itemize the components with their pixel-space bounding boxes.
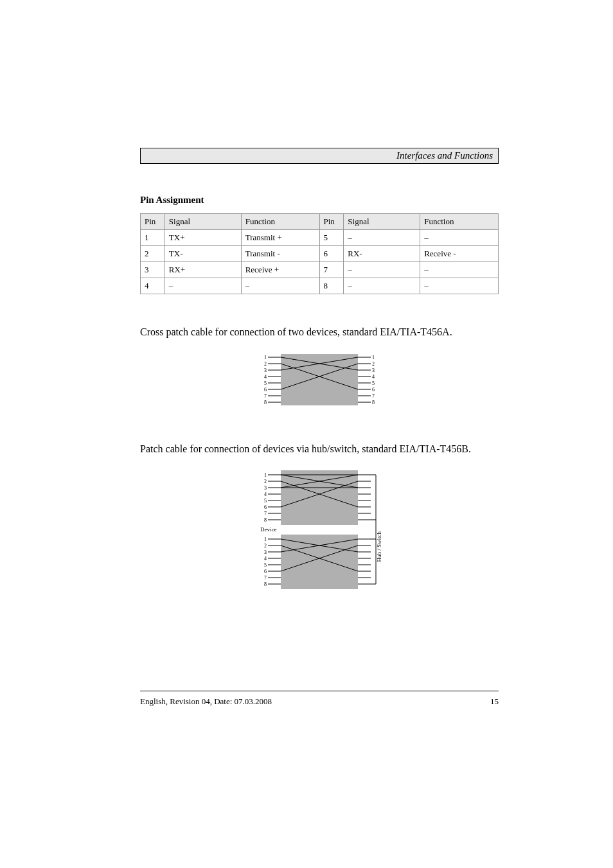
- paragraph-cross-cable: Cross patch cable for connection of two …: [140, 325, 499, 339]
- pin-label: 3: [264, 549, 267, 555]
- svg-rect-0: [281, 354, 358, 405]
- th-pin-b: Pin: [319, 214, 344, 230]
- pin-label: 1: [372, 355, 375, 360]
- footer-page-number: 15: [490, 696, 499, 707]
- patch-cable-svg: 1 2 3 4 5 6 7 8 1 2 3 4 5 6 7 8 Device H…: [255, 467, 384, 596]
- table-row: 3 RX+ Receive + 7 – –: [141, 262, 499, 278]
- th-signal-a: Signal: [164, 214, 241, 230]
- svg-rect-21: [281, 470, 358, 525]
- th-pin-a: Pin: [141, 214, 165, 230]
- td: –: [164, 278, 241, 294]
- td: Receive +: [241, 262, 319, 278]
- td: 1: [141, 230, 165, 246]
- hub-label: Hub / Switch: [376, 531, 382, 562]
- pin-label: 5: [264, 498, 267, 504]
- th-function-a: Function: [241, 214, 319, 230]
- td: –: [344, 262, 420, 278]
- td: Transmit +: [241, 230, 319, 246]
- pin-label: 6: [264, 387, 267, 393]
- pin-label: 7: [264, 393, 267, 399]
- td: –: [344, 230, 420, 246]
- pin-label: 8: [372, 400, 375, 405]
- td: –: [420, 278, 499, 294]
- td: TX-: [164, 246, 241, 262]
- header-title: Interfaces and Functions: [396, 150, 493, 161]
- td: –: [241, 278, 319, 294]
- td: TX+: [164, 230, 241, 246]
- td: 3: [141, 262, 165, 278]
- pin-label: 7: [372, 393, 375, 399]
- table-row: 2 TX- Transmit - 6 RX- Receive -: [141, 246, 499, 262]
- pin-label: 5: [372, 380, 375, 386]
- table-row: 1 TX+ Transmit + 5 – –: [141, 230, 499, 246]
- td: –: [420, 262, 499, 278]
- diagram-cross-cable: 1 2 3 4 5 6 7 8 1 2 3 4 5 6 7 8: [140, 351, 499, 411]
- td: –: [344, 278, 420, 294]
- svg-rect-44: [281, 535, 358, 589]
- td: 5: [319, 230, 344, 246]
- td: RX-: [344, 246, 420, 262]
- cross-cable-svg: 1 2 3 4 5 6 7 8 1 2 3 4 5 6 7 8: [262, 351, 377, 409]
- pin-label: 7: [264, 511, 267, 517]
- pin-label: 2: [264, 543, 267, 549]
- pin-label: 2: [372, 361, 375, 367]
- pin-label: 6: [372, 387, 375, 393]
- pin-label: 1: [264, 472, 267, 478]
- pin-label: 3: [264, 368, 267, 373]
- pin-label: 4: [372, 374, 375, 380]
- pin-label: 3: [372, 368, 375, 373]
- pin-label: 2: [264, 479, 267, 484]
- page-content: Interfaces and Functions Pin Assignment …: [140, 148, 499, 598]
- device-label: Device: [260, 526, 276, 533]
- pin-label: 1: [264, 536, 267, 542]
- table-header-row: Pin Signal Function Pin Signal Function: [141, 214, 499, 230]
- diagram-patch-cable: 1 2 3 4 5 6 7 8 1 2 3 4 5 6 7 8 Device H…: [140, 467, 499, 598]
- pin-label: 6: [264, 569, 267, 574]
- td: 7: [319, 262, 344, 278]
- pin-assignment-table: Pin Signal Function Pin Signal Function …: [140, 213, 499, 294]
- pin-label: 8: [264, 400, 267, 405]
- pin-label: 4: [264, 374, 267, 380]
- td: Transmit -: [241, 246, 319, 262]
- pin-label: 7: [264, 575, 267, 581]
- table-row: 4 – – 8 – –: [141, 278, 499, 294]
- td: RX+: [164, 262, 241, 278]
- page-footer: English, Revision 04, Date: 07.03.2008 1…: [140, 691, 499, 707]
- th-function-b: Function: [420, 214, 499, 230]
- pin-label: 4: [264, 556, 267, 562]
- pin-label: 8: [264, 581, 267, 587]
- footer-revision: English, Revision 04, Date: 07.03.2008: [140, 696, 272, 707]
- pin-label: 6: [264, 504, 267, 510]
- pin-label: 4: [264, 492, 267, 497]
- pin-label: 5: [264, 562, 267, 568]
- td: –: [420, 230, 499, 246]
- paragraph-patch-cable: Patch cable for connection of devices vi…: [140, 442, 499, 456]
- td: 4: [141, 278, 165, 294]
- pin-label: 2: [264, 361, 267, 367]
- td: 2: [141, 246, 165, 262]
- pin-label: 3: [264, 485, 267, 491]
- th-signal-b: Signal: [344, 214, 420, 230]
- page-header: Interfaces and Functions: [140, 148, 499, 164]
- pin-label: 1: [264, 355, 267, 360]
- td: 8: [319, 278, 344, 294]
- td: 6: [319, 246, 344, 262]
- section-title: Pin Assignment: [140, 195, 499, 206]
- pin-label: 5: [264, 380, 267, 386]
- pin-label: 8: [264, 517, 267, 523]
- td: Receive -: [420, 246, 499, 262]
